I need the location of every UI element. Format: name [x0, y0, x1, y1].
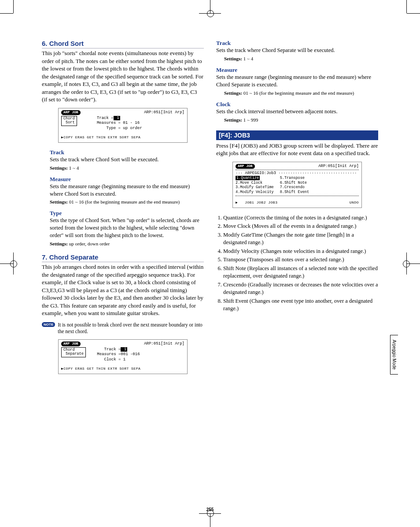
param-track-body: Sets the track where Chord Sort will be …	[50, 156, 204, 163]
param-track-title: Track	[50, 149, 204, 156]
note-badge: NOTE	[42, 322, 55, 327]
lcd-item: 4.Modify Velocity	[236, 190, 274, 195]
lcd-badge: ARP JOB	[61, 341, 81, 346]
section-7-title: 7. Chord Separate	[42, 253, 204, 262]
settings-value: 1 ~ 4	[68, 165, 79, 171]
lcd-item: 2.Move Clock	[236, 181, 274, 186]
settings-value: 01 ~ 16 (for the beginning measure and t…	[242, 90, 354, 96]
lcd-item: 8.Shift Event	[280, 190, 309, 195]
section-6-title: 6. Chord Sort	[42, 40, 204, 48]
lcd-tabs: ▶COPY ERAS GET THIN EXTR SORT SEPA	[61, 367, 184, 371]
right-column: Track Sets the track where Chord Separat…	[216, 40, 378, 380]
list-item: Crescendo (Gradually increases or decrea…	[223, 281, 378, 297]
lcd-item-selected: 1.Quantize	[236, 176, 260, 180]
settings-value: 1 ~ 999	[242, 117, 258, 122]
lcd-item: 6.Shift Note	[280, 181, 309, 186]
job3-list: Quantize (Corrects the timing of the not…	[216, 214, 378, 313]
list-item: Shift Event (Changes one event type into…	[223, 297, 378, 313]
lcd-chord-separate: ARP JOB ARP:051[Init Arp] Chord Separate…	[58, 339, 188, 374]
param-clock-body: Sets the clock interval inserted between…	[216, 108, 378, 115]
section-7-body: This job arranges chord notes in order w…	[42, 263, 204, 317]
list-item: Move Clock (Moves all of the events in a…	[223, 223, 378, 230]
lcd-subtitle: ··· ARPEGGIO:Job3 ······················…	[236, 171, 359, 176]
param-measure-body: Sets the measure range (beginning measur…	[50, 183, 204, 198]
page-content: 6. Chord Sort This job "sorts" chordal n…	[0, 0, 420, 407]
lcd-badge: ARP JOB	[236, 164, 255, 169]
param-type-title: Type	[50, 210, 204, 217]
page-number: 255	[206, 507, 214, 512]
note-row: NOTE It is not possible to break chord o…	[42, 322, 204, 335]
param-measure-title: Measure	[216, 67, 378, 74]
lcd-badge: ARP JOB	[61, 110, 81, 115]
list-item: Transpose (Transposes all notes over a s…	[223, 256, 378, 264]
settings-label: Settings:	[50, 241, 68, 246]
param-measure-title: Measure	[50, 176, 204, 183]
note-text: It is not possible to break chord over t…	[58, 322, 204, 335]
list-item: Shift Note (Replaces all instances of a …	[223, 265, 378, 280]
lcd-tabs: ▶ JOB1 JOB2 JOB3 UNDO	[236, 200, 359, 205]
settings-label: Settings:	[50, 165, 68, 171]
param-track-body: Sets the track where Chord Separate will…	[216, 47, 378, 54]
param-type-body: Sets the type of Chord Sort. When "up or…	[50, 217, 204, 239]
section-6-body: This job "sorts" chordal note events (si…	[42, 49, 204, 104]
list-item: Modify GateTime (Changes the note gate t…	[223, 231, 378, 247]
settings-label: Settings:	[50, 199, 68, 204]
lcd-item: 5.Transpose	[280, 176, 309, 181]
lcd-chord-sort: ARP JOB ARP:051[Init Arp] Chord Sort Tra…	[58, 108, 188, 143]
lcd-arp-id: ARP:051[Init Arp]	[144, 110, 184, 115]
f4-header: [F4]: JOB3	[216, 130, 378, 140]
lcd-item: 7.Crescendo	[280, 185, 309, 190]
lcd-job3: ARP JOB ARP:051[Init Arp] ··· ARPEGGIO:J…	[232, 162, 362, 208]
side-tab: Arpeggio Mode	[390, 335, 398, 375]
lcd-params: Track = 1 Measures = 01 - 16 Type = up o…	[97, 116, 142, 131]
lcd-arp-id: ARP:051[Init Arp]	[318, 164, 359, 169]
lcd-params: Track = 1 Measures =001 -016 Clock = 1	[97, 347, 140, 362]
settings-value: 1 ~ 4	[242, 56, 253, 61]
settings-label: Settings:	[224, 90, 242, 96]
lcd-item: 3.Modify GateTime	[236, 185, 274, 190]
settings-label: Settings:	[224, 56, 242, 61]
lcd-job-name: Chord Sort	[61, 116, 77, 126]
settings-label: Settings:	[224, 117, 242, 122]
param-track-title: Track	[216, 40, 378, 47]
list-item: Modify Velocity (Changes note velocities…	[223, 248, 378, 256]
settings-value: up order, down order	[68, 241, 110, 246]
param-measure-body: Sets the measure range (beginning measur…	[216, 74, 378, 89]
param-clock-title: Clock	[216, 101, 378, 108]
f4-body: Press [F4] (JOB3) and JOB3 group screen …	[216, 142, 378, 157]
lcd-tabs: ▶COPY ERAS GET THIN EXTR SORT SEPA	[61, 135, 184, 140]
left-column: 6. Chord Sort This job "sorts" chordal n…	[42, 40, 204, 380]
lcd-job-name: Chord Separate	[61, 347, 86, 357]
settings-value: 01 ~ 16 (for the beginning measure and t…	[68, 199, 180, 204]
lcd-arp-id: ARP:051[Init Arp]	[144, 341, 184, 346]
list-item: Quantize (Corrects the timing of the not…	[223, 214, 378, 222]
